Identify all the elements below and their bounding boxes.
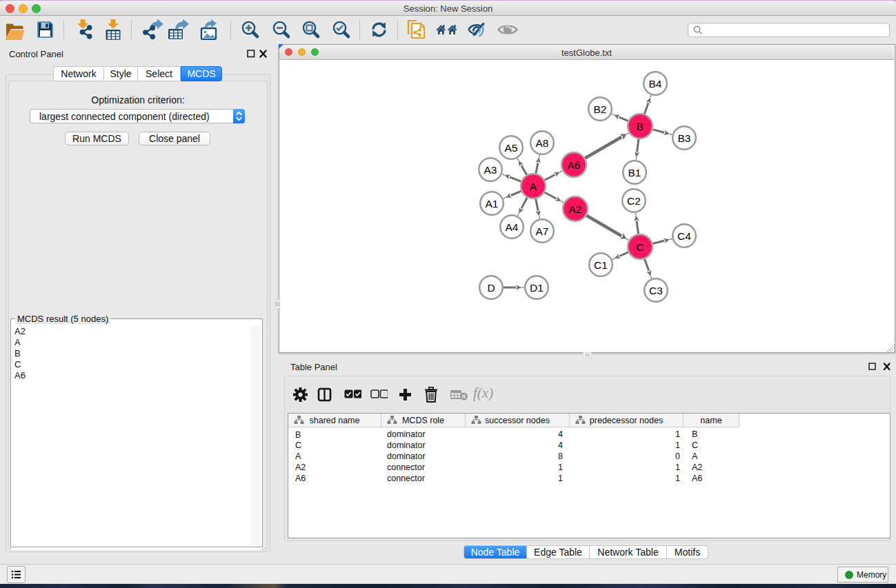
svg-text:A5: A5 [505,142,518,154]
svg-text:B1: B1 [628,167,641,179]
svg-text:A1: A1 [486,198,499,210]
svg-text:C4: C4 [677,230,691,242]
svg-text:B3: B3 [678,132,691,144]
svg-text:B4: B4 [649,78,662,90]
svg-text:D1: D1 [530,282,544,294]
svg-text:B2: B2 [594,103,607,115]
svg-text:C1: C1 [594,259,608,271]
svg-text:C3: C3 [649,285,663,296]
svg-text:A3: A3 [484,164,497,176]
svg-text:A6: A6 [568,159,581,171]
svg-text:A: A [530,181,537,192]
svg-text:A2: A2 [569,203,582,215]
svg-text:A7: A7 [536,225,549,237]
svg-text:D: D [487,282,495,294]
svg-text:C2: C2 [627,195,641,207]
svg-text:B: B [637,121,644,132]
svg-text:A4: A4 [506,221,519,233]
svg-text:C: C [636,241,644,253]
svg-text:A8: A8 [536,137,549,149]
